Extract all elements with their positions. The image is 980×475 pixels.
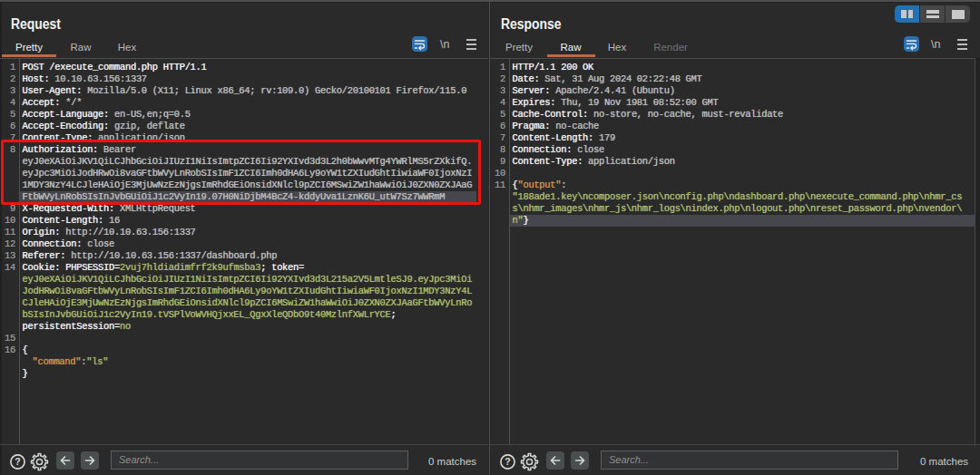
svg-text:?: ? xyxy=(15,456,20,467)
svg-text:?: ? xyxy=(505,456,510,467)
